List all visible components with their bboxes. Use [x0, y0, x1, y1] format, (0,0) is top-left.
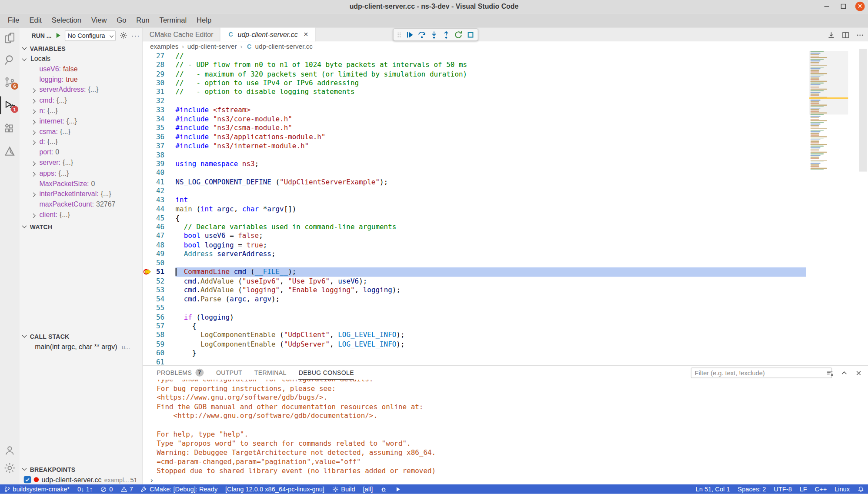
cmake-build-target[interactable]: [all]	[359, 484, 377, 494]
git-branch-status[interactable]: buildsystem-cmake*	[0, 484, 73, 494]
line-number[interactable]: 36	[154, 133, 164, 142]
code-line-38[interactable]: 38	[143, 150, 868, 160]
variable-serveraddress[interactable]: serverAddress:{...}	[20, 85, 143, 95]
code-line-47[interactable]: 47 bool useV6 = false;	[143, 232, 868, 241]
extensions-activity-button[interactable]	[0, 120, 20, 137]
code-line-59[interactable]: 59 LogComponentEnable ("UdpServer", LOG_…	[143, 340, 868, 349]
menu-view[interactable]: View	[86, 14, 111, 26]
gutter-glyph-margin[interactable]	[143, 277, 154, 285]
gutter-glyph-margin[interactable]	[143, 304, 154, 312]
panel-tab-problems[interactable]: PROBLEMS7	[157, 366, 204, 380]
line-number[interactable]: 61	[154, 357, 164, 365]
line-number[interactable]: 47	[154, 232, 164, 241]
code-line-58[interactable]: 58 LogComponentEnable ("UdpClient", LOG_…	[143, 330, 868, 340]
more-actions-icon[interactable]: ···	[131, 31, 140, 40]
breakpoint-current-line-icon[interactable]	[143, 267, 154, 276]
gutter-glyph-margin[interactable]	[143, 141, 154, 150]
gutter-glyph-margin[interactable]	[143, 106, 154, 114]
variable-server[interactable]: server:{...}	[20, 158, 143, 168]
code-line-49[interactable]: 49 Address serverAddress;	[143, 250, 868, 259]
console-filter-input[interactable]	[691, 367, 832, 378]
call-stack-frame[interactable]: main(int argc, char ** argv)u...	[20, 342, 143, 353]
line-number[interactable]: 37	[154, 141, 164, 150]
gutter-glyph-margin[interactable]	[143, 294, 154, 303]
maximize-button[interactable]	[839, 2, 848, 11]
breakpoint-checkbox[interactable]	[24, 476, 31, 484]
line-number[interactable]: 27	[154, 51, 164, 60]
step-out-button[interactable]	[440, 29, 452, 40]
line-number[interactable]: 51	[154, 267, 164, 277]
menu-terminal[interactable]: Terminal	[154, 14, 191, 26]
gutter-glyph-margin[interactable]	[143, 160, 154, 168]
cmake-status[interactable]: CMake: [Debug]: Ready	[137, 484, 221, 494]
line-number[interactable]: 59	[154, 340, 164, 349]
line-number[interactable]: 52	[154, 277, 164, 286]
line-number[interactable]: 30	[154, 79, 164, 88]
gutter-glyph-margin[interactable]	[143, 322, 154, 330]
code-line-45[interactable]: 45{	[143, 214, 868, 223]
gutter-glyph-margin[interactable]	[143, 79, 154, 87]
variable-cmd[interactable]: cmd:{...}	[20, 95, 143, 106]
line-number[interactable]: 49	[154, 250, 164, 259]
language-mode-status[interactable]: C++	[811, 484, 831, 494]
call-stack-section-header[interactable]: CALL STACK PAUSED ON BREAKPOINT	[20, 331, 143, 341]
gutter-glyph-margin[interactable]	[143, 124, 154, 132]
step-over-button[interactable]	[416, 29, 427, 40]
maximize-panel-icon[interactable]	[839, 368, 849, 378]
clear-console-icon[interactable]	[825, 368, 835, 378]
gutter-glyph-margin[interactable]	[143, 330, 154, 339]
close-panel-icon[interactable]	[854, 368, 864, 378]
panel-tab-output[interactable]: OUTPUT	[216, 366, 242, 380]
close-button[interactable]: ✕	[855, 2, 865, 11]
menu-edit[interactable]: Edit	[24, 14, 47, 26]
search-activity-button[interactable]	[0, 51, 20, 69]
problems-warnings-status[interactable]: 7	[117, 484, 137, 494]
cmake-debug-button[interactable]	[377, 484, 391, 494]
line-number[interactable]: 54	[154, 294, 164, 304]
minimize-button[interactable]	[822, 2, 831, 11]
line-number[interactable]: 41	[154, 177, 164, 187]
stop-button[interactable]	[464, 29, 476, 40]
debug-settings-gear-button[interactable]	[119, 30, 129, 40]
variable-interpacketinterval[interactable]: interPacketInterval:{...}	[20, 189, 143, 200]
start-debugging-button[interactable]	[54, 32, 62, 40]
tab-udp-client-server-cc[interactable]: Cudp-client-server.cc✕	[220, 28, 316, 42]
line-number[interactable]: 38	[154, 150, 164, 160]
gutter-glyph-margin[interactable]	[143, 70, 154, 78]
problems-errors-status[interactable]: 0	[97, 484, 117, 494]
step-into-button[interactable]	[428, 29, 440, 40]
line-number[interactable]: 33	[154, 106, 164, 115]
gutter-glyph-margin[interactable]	[143, 196, 154, 204]
run-and-debug-activity-button[interactable]: 1	[0, 97, 20, 114]
code-line-44[interactable]: 44main (int argc, char *argv[])	[143, 204, 868, 214]
line-number[interactable]: 60	[154, 349, 164, 358]
code-line-41[interactable]: 41NS_LOG_COMPONENT_DEFINE ("UdpClientSer…	[143, 177, 868, 187]
variable-logging[interactable]: logging:true	[20, 74, 143, 85]
variable-maxpacketcount[interactable]: maxPacketCount:32767	[20, 199, 143, 210]
line-number[interactable]: 53	[154, 286, 164, 295]
code-line-60[interactable]: 60 }	[143, 349, 868, 358]
scope-locals[interactable]: Locals	[20, 53, 143, 64]
menu-help[interactable]: Help	[192, 14, 217, 26]
menu-run[interactable]: Run	[131, 14, 154, 26]
minimap[interactable]	[809, 51, 848, 174]
cursor-position-status[interactable]: Ln 51, Col 1	[692, 484, 734, 494]
panel-tab-terminal[interactable]: TERMINAL	[254, 366, 287, 380]
cmake-build-button[interactable]: Build	[328, 484, 359, 494]
code-line-32[interactable]: 32	[143, 97, 868, 106]
cmake-kit-status[interactable]: [Clang 12.0.0 x86_64-pc-linux-gnu]	[221, 484, 328, 494]
gutter-glyph-margin[interactable]	[143, 150, 154, 159]
accounts-activity-button[interactable]	[0, 441, 20, 459]
gutter-glyph-margin[interactable]	[143, 259, 154, 267]
code-line-48[interactable]: 48 bool logging = true;	[143, 240, 868, 250]
variable-d[interactable]: d:{...}	[20, 137, 143, 147]
gutter-glyph-margin[interactable]	[143, 51, 154, 60]
editor-scrollbar[interactable]	[859, 49, 867, 172]
gutter-glyph-margin[interactable]	[143, 204, 154, 213]
code-line-37[interactable]: 37#include "ns3/internet-module.h"	[143, 141, 868, 150]
code-line-40[interactable]: 40	[143, 169, 868, 178]
drag-handle[interactable]	[395, 29, 403, 40]
line-number[interactable]: 43	[154, 196, 164, 205]
source-control-activity-button[interactable]: 6	[0, 73, 20, 91]
gutter-glyph-margin[interactable]	[143, 223, 154, 231]
